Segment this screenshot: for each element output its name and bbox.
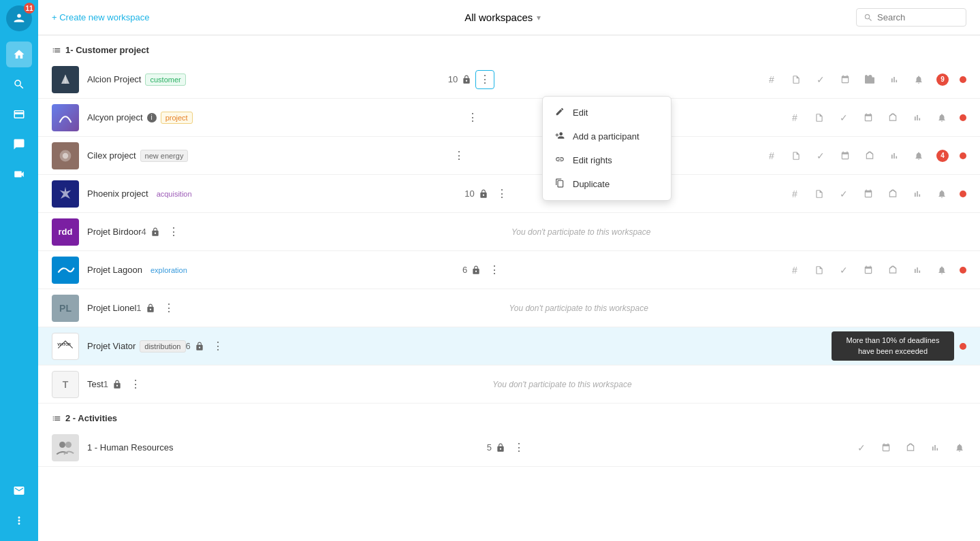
action-check-lagoon[interactable]: ✓ bbox=[837, 263, 851, 277]
workspace-thumbnail-alcyon bbox=[52, 104, 79, 131]
action-chart-alcion[interactable] bbox=[887, 73, 901, 86]
workspace-menu-btn-birdoor[interactable]: ⋮ bbox=[164, 223, 183, 242]
red-dot-cilex bbox=[960, 152, 966, 159]
workspace-row-phoenix[interactable]: Phoenix project acquisition 10 ⋮ # ✓ bbox=[38, 175, 980, 213]
create-workspace-button[interactable]: + Create new workspace bbox=[52, 12, 149, 22]
action-bell-phoenix[interactable] bbox=[935, 187, 949, 201]
workspace-row-hr[interactable]: 1 - Human Resources 5 ⋮ ✓ bbox=[38, 429, 980, 467]
workspace-meta-hr: 5 ⋮ bbox=[487, 438, 541, 457]
action-check-hr[interactable]: ✓ bbox=[855, 441, 868, 455]
red-dot-alcion bbox=[960, 76, 966, 83]
workspace-menu-btn-phoenix[interactable]: ⋮ bbox=[492, 184, 511, 203]
workspace-menu-btn-hr[interactable]: ⋮ bbox=[509, 438, 528, 457]
action-check-cilex[interactable]: ✓ bbox=[814, 149, 827, 163]
action-brief-lagoon[interactable] bbox=[886, 263, 900, 277]
tag-exploration: exploration bbox=[146, 265, 191, 276]
action-brief-phoenix[interactable] bbox=[886, 187, 900, 201]
svg-point-5 bbox=[59, 442, 65, 448]
action-chart-alcyon[interactable] bbox=[911, 111, 924, 125]
sidebar-item-home[interactable] bbox=[6, 42, 32, 67]
action-check-phoenix[interactable]: ✓ bbox=[837, 187, 851, 201]
action-chart-hr[interactable] bbox=[928, 441, 942, 455]
action-hash-lagoon[interactable]: # bbox=[788, 263, 802, 277]
action-cal-phoenix[interactable] bbox=[862, 187, 875, 201]
sidebar-item-mail[interactable] bbox=[6, 478, 32, 504]
sidebar-item-search[interactable] bbox=[6, 71, 32, 97]
action-bell-lagoon[interactable] bbox=[935, 263, 949, 277]
search-input[interactable] bbox=[877, 12, 959, 22]
section-list-icon bbox=[52, 46, 61, 55]
workspace-meta-cilex: ⋮ bbox=[449, 146, 504, 165]
workspace-menu-btn-test[interactable]: ⋮ bbox=[126, 375, 145, 394]
workspace-meta-test: 1 ⋮ bbox=[104, 375, 158, 394]
action-check-alcyon[interactable]: ✓ bbox=[837, 111, 851, 125]
svg-point-0 bbox=[17, 14, 21, 18]
section-customer-project: 1- Customer project bbox=[38, 35, 980, 61]
dropdown-edit-rights-label: Edit rights bbox=[573, 155, 612, 165]
action-hash-phoenix[interactable]: # bbox=[788, 187, 802, 201]
sidebar-item-card[interactable] bbox=[6, 101, 32, 127]
all-workspaces-label: All workspaces bbox=[464, 12, 533, 23]
action-bell-cilex[interactable] bbox=[912, 149, 926, 163]
no-participate-birdoor: You don't participate to this workspace bbox=[195, 227, 966, 237]
dropdown-edit[interactable]: Edit bbox=[543, 101, 671, 125]
action-check-alcion[interactable]: ✓ bbox=[814, 73, 827, 86]
action-brief-alcion[interactable] bbox=[863, 73, 876, 86]
workspace-menu-btn-alcion[interactable]: ⋮ bbox=[475, 70, 494, 89]
workspace-thumbnail-hr bbox=[52, 434, 79, 461]
workspace-row-lagoon[interactable]: Projet Lagoon exploration 6 ⋮ # ✓ bbox=[38, 251, 980, 289]
workspace-menu-btn-lagoon[interactable]: ⋮ bbox=[485, 261, 504, 280]
action-brief-hr[interactable] bbox=[904, 441, 917, 455]
action-bell-alcion[interactable] bbox=[912, 73, 926, 86]
section-list-icon-2 bbox=[52, 414, 61, 423]
workspace-row-viator[interactable]: VIATOR Projet Viator distribution 6 ⋮ Mo… bbox=[38, 327, 980, 365]
workspace-menu-btn-viator[interactable]: ⋮ bbox=[208, 337, 227, 356]
action-doc-alcion[interactable] bbox=[789, 73, 803, 86]
workspace-row-lionel[interactable]: PL Projet Lionel 1 ⋮ You don't participa… bbox=[38, 289, 980, 327]
action-chart-lagoon[interactable] bbox=[911, 263, 924, 277]
workspace-menu-btn-cilex[interactable]: ⋮ bbox=[449, 146, 469, 165]
action-bell-alcyon[interactable] bbox=[935, 111, 949, 125]
action-hash-cilex[interactable]: # bbox=[765, 149, 778, 163]
action-chart-cilex[interactable] bbox=[887, 149, 901, 163]
action-chart-phoenix[interactable] bbox=[911, 187, 924, 201]
workspace-row-alcyon[interactable]: Alcyon project i project ⋮ # ✓ bbox=[38, 99, 980, 137]
tag-distribution: distribution bbox=[140, 340, 185, 353]
action-brief-alcyon[interactable] bbox=[886, 111, 900, 125]
action-cal-lagoon[interactable] bbox=[862, 263, 875, 277]
action-cal-alcion[interactable] bbox=[838, 73, 852, 86]
sidebar-item-video[interactable] bbox=[6, 161, 32, 187]
workspace-name-lionel: Projet Lionel bbox=[87, 303, 136, 313]
action-cal-alcyon[interactable] bbox=[862, 111, 875, 125]
red-dot-alcyon bbox=[960, 114, 966, 121]
action-hash-alcyon[interactable]: # bbox=[788, 111, 802, 125]
dropdown-add-participant[interactable]: Add a participant bbox=[543, 125, 671, 148]
workspace-row-birdoor[interactable]: rdd Projet Birdoor 4 ⋮ You don't partici… bbox=[38, 213, 980, 251]
action-brief-cilex[interactable] bbox=[863, 149, 876, 163]
action-hash-alcion[interactable]: # bbox=[765, 73, 778, 86]
dropdown-duplicate[interactable]: Duplicate bbox=[543, 172, 671, 196]
workspace-menu-btn-lionel[interactable]: ⋮ bbox=[159, 299, 178, 318]
action-cal-hr[interactable] bbox=[879, 441, 893, 455]
dropdown-edit-rights[interactable]: Edit rights bbox=[543, 148, 671, 172]
search-box[interactable] bbox=[856, 8, 966, 27]
participants-icon-birdoor bbox=[151, 227, 160, 237]
sidebar-item-chat[interactable] bbox=[6, 131, 32, 157]
workspace-row-test[interactable]: T Test 1 ⋮ You don't participate to this… bbox=[38, 365, 980, 404]
workspace-meta-birdoor: 4 ⋮ bbox=[141, 223, 195, 242]
workspace-row-cilex[interactable]: Cilex project new energy ⋮ # ✓ 4 bbox=[38, 137, 980, 175]
workspace-menu-btn-alcyon[interactable]: ⋮ bbox=[463, 108, 482, 127]
action-doc-phoenix[interactable] bbox=[812, 187, 826, 201]
action-cal-cilex[interactable] bbox=[838, 149, 852, 163]
action-bell-hr[interactable] bbox=[953, 441, 966, 455]
action-doc-cilex[interactable] bbox=[789, 149, 803, 163]
info-icon-alcyon[interactable]: i bbox=[147, 113, 157, 122]
workspace-row-alcion[interactable]: Alcion Project customer 10 ⋮ # ✓ bbox=[38, 61, 980, 99]
action-doc-lagoon[interactable] bbox=[812, 263, 826, 277]
sidebar-logo[interactable]: 11 bbox=[6, 5, 32, 31]
badge-cilex: 4 bbox=[936, 150, 949, 162]
sidebar-item-more[interactable] bbox=[6, 508, 32, 534]
title-dropdown-arrow[interactable]: ▾ bbox=[537, 13, 541, 22]
action-doc-alcyon[interactable] bbox=[812, 111, 826, 125]
tag-new-energy: new energy bbox=[140, 150, 189, 162]
